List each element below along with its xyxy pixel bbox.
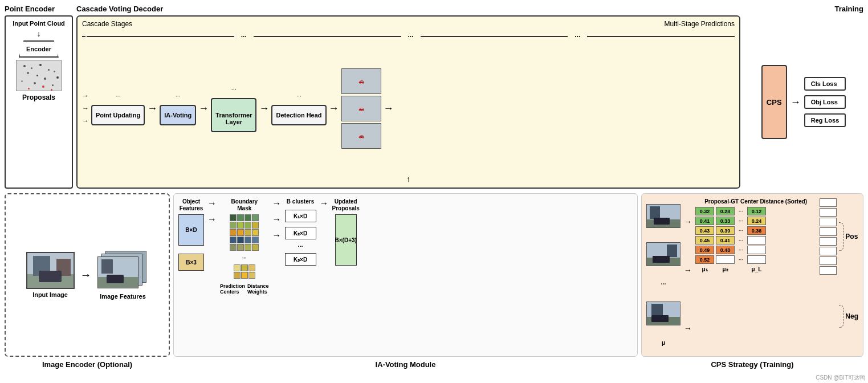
dots-top-1: ···	[235, 32, 252, 40]
neg-label: Neg	[845, 312, 858, 320]
neg-brace	[839, 305, 843, 328]
k3xd-rect: K₃×D	[285, 253, 316, 266]
input-image-label: Input Image	[32, 291, 68, 298]
point-cloud-visualization	[16, 60, 62, 91]
obj-features-col: ObjectFeatures B×D B×3	[178, 198, 204, 274]
main-layout: Point Encoder Input Point Cloud ↓ Encode…	[0, 0, 868, 383]
obj-arrows-col: → →	[207, 198, 217, 225]
cps-table-row-2: 0.43 0.39 ··· 0.36	[695, 226, 816, 235]
obj-loss-box: Obj Loss	[804, 95, 846, 109]
cps-thumb-1	[646, 204, 680, 228]
entry-arrows: → → →	[82, 92, 89, 125]
ia-voting-module-box: ObjectFeatures B×D B×3 → →	[173, 193, 638, 357]
proposals-label: Proposals	[22, 93, 55, 101]
boundary-dots: ···	[242, 255, 247, 261]
pred-thumb-1: 🚗	[341, 68, 381, 94]
k2xd-rect: K₂×D	[285, 227, 316, 239]
empty-box-6	[820, 256, 837, 265]
cell-4-3	[747, 246, 766, 254]
image-encoder-box: Input Image → Image Features	[5, 193, 170, 357]
cps-strategy-section: ··· μ → → → Proposal-GT Center Distance …	[641, 193, 863, 369]
point-encoder-title: Point Encoder	[5, 5, 73, 13]
distance-grid	[234, 264, 255, 279]
pos-brace	[839, 222, 843, 251]
neg-group: Neg	[839, 305, 858, 328]
cell-2-3: 0.36	[747, 226, 766, 235]
cps-table-area: Proposal-GT Center Distance (Sorted) 0.3…	[695, 198, 816, 352]
cell-5-0: 0.52	[695, 255, 714, 264]
multi-stage-label: Multi-Stage Predictions	[665, 20, 735, 28]
cascade-stages-label: Cascade Stages	[82, 20, 132, 28]
bx3-rect: B×3	[178, 254, 204, 271]
cps-right-area: Pos Neg	[820, 198, 858, 352]
cell-5-1	[716, 255, 735, 264]
cell-5-3	[747, 255, 766, 264]
empty-box-3	[820, 227, 837, 236]
boundary-mask-col: BoundaryMask	[220, 198, 269, 295]
empty-box-2	[820, 218, 837, 226]
watermark: CSDN @BIT可达鸭	[816, 374, 865, 382]
bottom-row: Input Image → Image Features	[0, 191, 868, 373]
transformer-block: Transformer Layer	[211, 98, 256, 132]
cell-3-3	[747, 236, 766, 245]
pred-centers-label: PredictionCenters	[220, 283, 245, 295]
empty-box-7	[820, 266, 837, 275]
training-inner: CPS → Cls Loss Obj Loss Reg Loss	[744, 15, 863, 189]
mu-labels-row: μ₁ μ₂ μ_L	[695, 266, 816, 272]
cps-table-row-1: 0.41 0.33 ··· 0.24	[695, 217, 816, 225]
detection-head-block: Detection Head	[271, 105, 326, 125]
cell-0-0: 0.32	[695, 207, 714, 215]
main-blocks-row: → → → ··· Point Updating →	[82, 45, 735, 172]
cps-thumb-2	[646, 242, 680, 266]
transformer-group: ··· Transformer Layer	[211, 84, 256, 132]
point-encoder-box: Input Point Cloud ↓ Encoder	[5, 15, 73, 189]
image-encoder-section: Input Image → Image Features	[5, 193, 170, 369]
reg-loss-box: Reg Loss	[804, 113, 846, 127]
labels-row: Cascade Stages Multi-Stage Predictions	[82, 20, 735, 28]
loss-column: Cls Loss Obj Loss Reg Loss	[804, 77, 846, 127]
cls-loss-box: Cls Loss	[804, 77, 846, 91]
input-point-cloud-label: Input Point Cloud	[13, 20, 65, 27]
cell-dots-1: ···	[736, 218, 745, 224]
boundary-grid	[230, 214, 259, 251]
cps-box: CPS	[761, 65, 787, 139]
cascade-voting-decoder-section: Cascade Voting Decoder Cascade Stages Mu…	[76, 5, 740, 189]
arrow-1: →	[147, 103, 157, 115]
top-row: Point Encoder Input Point Cloud ↓ Encode…	[0, 0, 868, 191]
boundary-mask-title: BoundaryMask	[231, 198, 258, 212]
point-updating-block: Point Updating	[91, 105, 145, 125]
cps-table-row-5: 0.52 ···	[695, 255, 816, 264]
updated-proposals-title: UpdatedProposals	[332, 198, 360, 212]
cascade-decoder-title: Cascade Voting Decoder	[76, 5, 740, 13]
cell-4-0: 0.49	[695, 246, 714, 254]
mu2-label: μ₂	[716, 266, 735, 272]
cell-dots-4: ···	[736, 247, 745, 253]
cps-arrow-right: →	[790, 96, 801, 108]
empty-box-0	[820, 198, 837, 207]
empty-boxes-col	[820, 198, 837, 275]
cps-table-row-0: 0.32 0.28 ··· 0.12	[695, 207, 816, 215]
cell-4-1: 0.48	[716, 246, 735, 254]
cps-strategy-title: CPS Strategy (Training)	[641, 360, 863, 369]
cell-2-0: 0.43	[695, 226, 714, 235]
updated-proposals-col: UpdatedProposals B×(D+3)	[332, 198, 360, 266]
cps-table-row-4: 0.49 0.48 ···	[695, 246, 816, 254]
image-features-container: Image Features	[97, 251, 149, 300]
cell-0-3: 0.12	[747, 207, 766, 215]
dots-top-3: ···	[569, 32, 586, 40]
dots-top-2: ···	[402, 32, 419, 40]
col2-bottom-labels: PredictionCenters DistanceWeights	[220, 283, 269, 295]
ia-voting-module-section: ObjectFeatures B×D B×3 → →	[173, 193, 638, 369]
arrow-3: →	[259, 103, 269, 115]
empty-box-5	[820, 247, 837, 255]
bottom-upward-arrow: ↑	[82, 174, 735, 184]
muL-label: μ_L	[747, 266, 766, 272]
clusters-arrow: →	[320, 198, 329, 209]
mu1-label: μ₁	[695, 266, 714, 272]
point-updating-group: ··· Point Updating	[91, 91, 145, 125]
encoder-trapezoid: Encoder	[19, 40, 59, 58]
ia-voting-block: IA-Voting	[160, 105, 196, 125]
cell-1-3: 0.24	[747, 217, 766, 225]
cps-strategy-box: ··· μ → → → Proposal-GT Center Distance …	[641, 193, 863, 357]
empty-box-1	[820, 208, 837, 217]
